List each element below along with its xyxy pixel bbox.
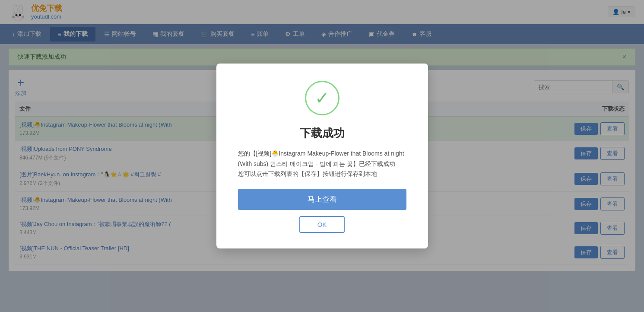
modal-body-line2: 您可以点击下载列表的【保存】按钮进行保存到本地 <box>238 169 406 179</box>
success-modal: ✓ 下载成功 您的【[视频]🐣Instagram Makeup-Flower t… <box>216 64 428 248</box>
ok-button[interactable]: OK <box>299 216 345 233</box>
checkmark-icon: ✓ <box>315 89 330 107</box>
modal-overlay[interactable]: ✓ 下载成功 您的【[视频]🐣Instagram Makeup-Flower t… <box>0 0 644 312</box>
modal-body-line1: 您的【[视频]🐣Instagram Makeup-Flower that Blo… <box>238 149 406 169</box>
success-circle: ✓ <box>305 81 339 115</box>
modal-body: 您的【[视频]🐣Instagram Makeup-Flower that Blo… <box>238 149 406 179</box>
view-now-button[interactable]: 马上查看 <box>238 189 406 210</box>
modal-title: 下载成功 <box>300 126 345 141</box>
